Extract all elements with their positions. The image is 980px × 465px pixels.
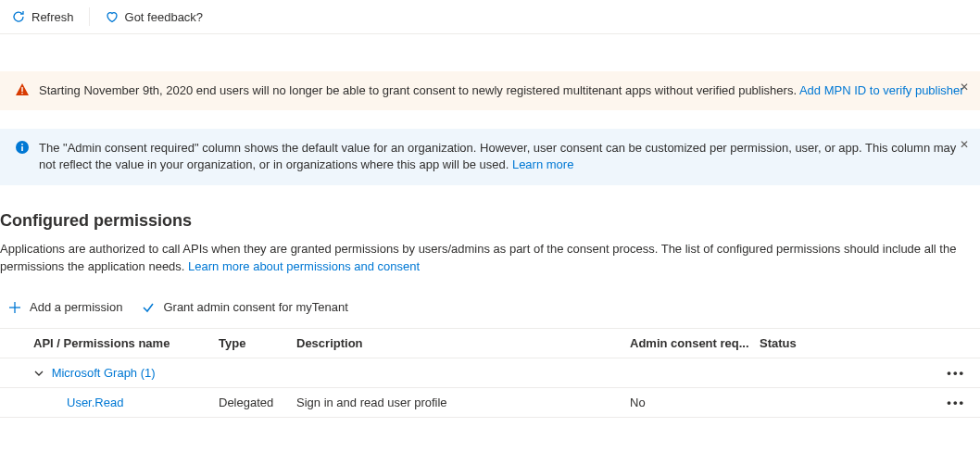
heart-icon — [105, 9, 119, 24]
warning-link[interactable]: Add MPN ID to verify publisher — [799, 83, 964, 97]
action-row: Add a permission Grant admin consent for… — [0, 295, 980, 328]
info-icon — [15, 140, 30, 155]
add-permission-button[interactable]: Add a permission — [7, 300, 122, 315]
permission-description: Sign in and read user profile — [296, 396, 630, 409]
col-admin-consent: Admin consent req... — [630, 336, 760, 350]
col-name: API / Permissions name — [33, 336, 219, 350]
table-header-row: API / Permissions name Type Description … — [0, 328, 980, 358]
permission-name-link[interactable]: User.Read — [67, 396, 123, 409]
footer-text: To view and manage permissions and user … — [0, 462, 297, 465]
info-text: The "Admin consent required" column show… — [39, 141, 956, 171]
section-desc-text: Applications are authorized to call APIs… — [0, 242, 956, 274]
row-actions-button[interactable]: ••• — [943, 366, 980, 380]
col-status: Status — [760, 336, 871, 350]
toolbar: Refresh Got feedback? — [0, 0, 980, 34]
table-group-row[interactable]: Microsoft Graph (1) ••• — [0, 358, 980, 387]
api-group-label[interactable]: Microsoft Graph (1) — [52, 366, 156, 380]
close-icon[interactable]: ✕ — [960, 138, 969, 151]
svg-rect-3 — [21, 146, 23, 151]
plus-icon — [7, 300, 22, 315]
info-banner: The "Admin consent required" column show… — [0, 129, 980, 184]
permission-type: Delegated — [219, 396, 296, 409]
refresh-label: Refresh — [31, 10, 74, 24]
grant-consent-button[interactable]: Grant admin consent for myTenant — [141, 300, 347, 315]
permissions-learn-more-link[interactable]: Learn more about permissions and consent — [188, 259, 420, 273]
enterprise-applications-link[interactable]: Enterprise applications — [297, 462, 420, 465]
chevron-down-icon — [33, 368, 44, 379]
col-description: Description — [296, 336, 630, 350]
permissions-table: API / Permissions name Type Description … — [0, 328, 980, 418]
feedback-label: Got feedback? — [125, 10, 204, 24]
permission-admin-consent: No — [630, 396, 760, 409]
close-icon[interactable]: ✕ — [960, 81, 969, 94]
svg-rect-0 — [21, 87, 22, 92]
feedback-button[interactable]: Got feedback? — [105, 9, 204, 24]
table-row: User.Read Delegated Sign in and read use… — [0, 387, 980, 418]
warning-text: Starting November 9th, 2020 end users wi… — [39, 83, 799, 97]
configured-permissions-section: Configured permissions Applications are … — [0, 211, 980, 465]
checkmark-icon — [141, 300, 156, 315]
svg-rect-1 — [21, 93, 22, 94]
col-type: Type — [219, 336, 296, 350]
footer-period: . — [419, 462, 422, 465]
add-permission-label: Add a permission — [30, 300, 122, 314]
grant-consent-label: Grant admin consent for myTenant — [163, 300, 347, 314]
refresh-button[interactable]: Refresh — [11, 9, 74, 24]
toolbar-divider — [89, 7, 90, 26]
warning-icon — [15, 82, 30, 97]
svg-rect-4 — [21, 144, 23, 145]
row-actions-button[interactable]: ••• — [943, 396, 980, 409]
warning-banner: Starting November 9th, 2020 end users wi… — [0, 71, 980, 110]
refresh-icon — [11, 9, 26, 24]
section-title: Configured permissions — [0, 211, 980, 231]
info-learn-more-link[interactable]: Learn more — [512, 157, 573, 171]
